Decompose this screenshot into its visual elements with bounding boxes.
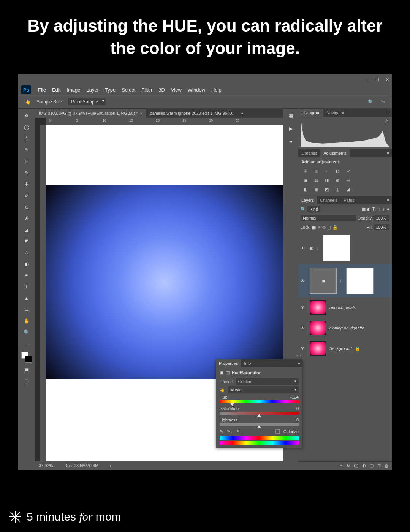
posterize-icon[interactable]: ▦ bbox=[312, 185, 320, 193]
tab-paths[interactable]: Paths bbox=[341, 196, 358, 204]
brush-tool[interactable]: ✐ bbox=[21, 191, 32, 200]
hue-sat-icon[interactable]: ▣ bbox=[301, 176, 310, 184]
saturation-slider[interactable] bbox=[220, 412, 299, 415]
tab-channels[interactable]: Channels bbox=[317, 196, 340, 204]
exposure-icon[interactable]: ◐ bbox=[333, 167, 342, 175]
tab-histogram[interactable]: Histogram bbox=[298, 109, 323, 117]
document-tab-active[interactable]: IMG 0103.JPG @ 37.9% (Hue/Saturation 1, … bbox=[35, 109, 146, 118]
hue-value[interactable]: -124 bbox=[282, 395, 299, 399]
eyedropper-subtract-icon[interactable]: ✎₋ bbox=[236, 429, 242, 434]
workspace-icon[interactable]: ▭ bbox=[378, 98, 386, 105]
menu-window[interactable]: Window bbox=[185, 86, 208, 94]
saturation-slider-thumb[interactable] bbox=[257, 414, 261, 417]
panel-menu-icon[interactable]: ≡ bbox=[385, 151, 392, 155]
crop-tool[interactable]: ⊡ bbox=[21, 157, 32, 166]
path-select-tool[interactable]: ▲ bbox=[21, 293, 32, 302]
paragraph-panel-icon[interactable]: ≡ bbox=[285, 137, 296, 146]
eyedropper-add-icon[interactable]: ✎₊ bbox=[227, 429, 233, 434]
tab-info[interactable]: Info bbox=[241, 359, 254, 367]
threshold-icon[interactable]: ◩ bbox=[323, 185, 331, 193]
blend-mode-select[interactable]: Normal bbox=[301, 215, 356, 221]
menu-3d[interactable]: 3D bbox=[155, 86, 168, 94]
targeted-adjust-icon[interactable]: 👆 bbox=[220, 388, 225, 393]
tab-layers[interactable]: Layers bbox=[298, 196, 317, 204]
brushes-panel-icon[interactable]: ▦ bbox=[285, 111, 296, 120]
quickmask-tool[interactable]: ▣ bbox=[21, 365, 32, 374]
adjustment-thumb[interactable]: ▣ bbox=[310, 268, 337, 294]
background-swatch[interactable] bbox=[25, 356, 32, 363]
brightness-icon[interactable]: ☀ bbox=[301, 167, 310, 175]
zoom-level[interactable]: 37.92% bbox=[39, 463, 53, 468]
mask-icon[interactable]: ◯ bbox=[354, 463, 358, 468]
curves-icon[interactable]: ⟋ bbox=[323, 167, 331, 175]
lock-trans-icon[interactable]: ▦ bbox=[312, 225, 316, 230]
colorize-checkbox[interactable] bbox=[275, 429, 280, 434]
menu-view[interactable]: View bbox=[168, 86, 185, 94]
filter-type-icon[interactable]: T bbox=[372, 207, 375, 211]
minimize-button[interactable]: — bbox=[365, 77, 370, 82]
tab-overflow[interactable]: » bbox=[237, 109, 247, 118]
visibility-icon[interactable]: 👁 bbox=[301, 326, 307, 330]
tab-libraries[interactable]: Libraries bbox=[298, 149, 320, 157]
filter-toggle[interactable]: ● bbox=[387, 207, 389, 211]
layer-adjustment-selected[interactable]: 👁 ▣ ⁞ bbox=[298, 264, 392, 297]
filter-smart-icon[interactable]: ◫ bbox=[382, 207, 385, 212]
layer-thumb[interactable] bbox=[310, 341, 326, 356]
scrubby-zoom-icon[interactable]: 👆 bbox=[24, 98, 32, 105]
menu-help[interactable]: Help bbox=[208, 86, 225, 94]
eyedropper-tool[interactable]: ✎ bbox=[21, 168, 32, 177]
filter-shape-icon[interactable]: ▢ bbox=[376, 207, 380, 212]
adjustment-icon[interactable]: ◐ bbox=[362, 463, 366, 468]
color-swatches[interactable] bbox=[21, 352, 32, 363]
properties-panel[interactable]: « × Properties Info ≡ ▣ ◫ Hue/Saturation… bbox=[216, 359, 302, 448]
fill-input[interactable]: 100% bbox=[374, 224, 389, 230]
preset-select[interactable]: Custom bbox=[236, 378, 299, 385]
fx-icon[interactable]: fx bbox=[347, 464, 350, 468]
actions-panel-icon[interactable]: ▶ bbox=[285, 124, 296, 133]
lock-pos-icon[interactable]: ✥ bbox=[322, 225, 326, 230]
invert-icon[interactable]: ◧ bbox=[301, 185, 310, 193]
lock-icon[interactable]: 🔒 bbox=[355, 346, 360, 351]
lightness-value[interactable]: 0 bbox=[282, 418, 299, 422]
tab-adjustments[interactable]: Adjustments bbox=[320, 149, 350, 157]
color-balance-icon[interactable]: ⚖ bbox=[312, 176, 320, 184]
sample-size-select[interactable]: Point Sample bbox=[68, 98, 106, 105]
mask-thumb[interactable] bbox=[346, 268, 374, 294]
gradient-tool[interactable]: ◤ bbox=[21, 236, 32, 245]
hand-tool[interactable]: ✋ bbox=[21, 316, 32, 325]
status-chevron-icon[interactable]: › bbox=[110, 463, 111, 468]
eyedropper-icon[interactable]: ✎ bbox=[220, 429, 223, 434]
screenmode-tool[interactable]: ▢ bbox=[21, 376, 32, 385]
panel-menu-icon[interactable]: ≡ bbox=[385, 198, 392, 203]
selective-color-icon[interactable]: ◪ bbox=[344, 185, 352, 193]
quick-select-tool[interactable]: ✎ bbox=[21, 145, 32, 154]
gradient-map-icon[interactable]: ◫ bbox=[333, 185, 342, 193]
warning-icon[interactable]: ⚠ bbox=[385, 119, 389, 124]
pen-tool[interactable]: ✒ bbox=[21, 271, 32, 280]
layer-adjustment-1[interactable]: 👁 ◐ ⁞ bbox=[298, 232, 392, 264]
menu-filter[interactable]: Filter bbox=[138, 86, 155, 94]
healing-tool[interactable]: ✚ bbox=[21, 179, 32, 188]
type-tool[interactable]: T bbox=[21, 282, 32, 291]
bw-icon[interactable]: ◨ bbox=[323, 176, 331, 184]
new-layer-icon[interactable]: ⊞ bbox=[377, 463, 381, 468]
filter-icon[interactable]: 🔍 bbox=[301, 207, 306, 212]
menu-edit[interactable]: Edit bbox=[49, 86, 63, 94]
shape-tool[interactable]: ▭ bbox=[21, 305, 32, 314]
move-tool[interactable]: ✥ bbox=[21, 111, 32, 120]
tab-properties[interactable]: Properties bbox=[216, 359, 241, 367]
mask-icon[interactable]: ◫ bbox=[226, 370, 230, 375]
tab-navigator[interactable]: Navigator bbox=[323, 109, 347, 117]
kind-filter[interactable]: Kind bbox=[307, 206, 320, 212]
eraser-tool[interactable]: ◢ bbox=[21, 225, 32, 234]
layer-retouch-petals[interactable]: 👁 retouch petals bbox=[298, 297, 392, 318]
search-icon[interactable]: 🔍 bbox=[368, 99, 374, 104]
panel-menu-icon[interactable]: ≡ bbox=[385, 111, 392, 115]
menu-type[interactable]: Type bbox=[102, 86, 119, 94]
group-icon[interactable]: ▢ bbox=[370, 463, 374, 468]
history-brush-tool[interactable]: ✗ bbox=[21, 214, 32, 223]
lock-artboard-icon[interactable]: ▢ bbox=[327, 225, 331, 230]
channel-mixer-icon[interactable]: ◎ bbox=[344, 176, 352, 184]
lightness-slider[interactable] bbox=[220, 423, 299, 427]
layer-thumb[interactable] bbox=[310, 321, 326, 335]
